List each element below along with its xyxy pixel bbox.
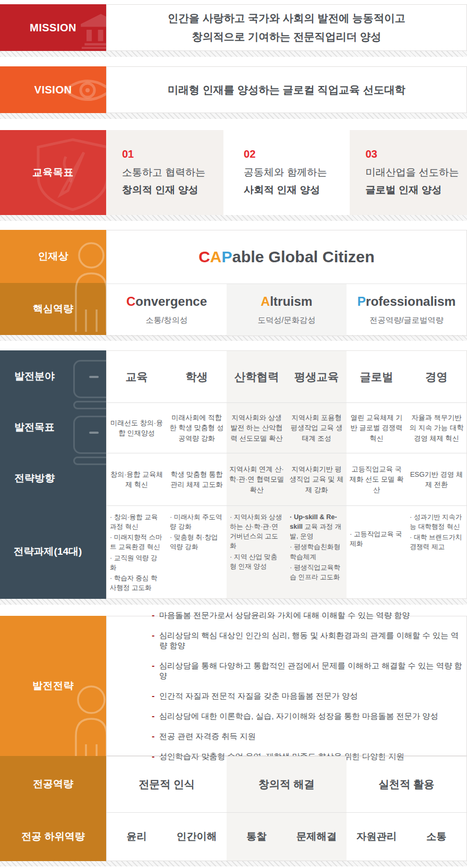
- strategy-bullet: -마음돌봄 전문가로서 상담윤리와 가치에 대해 이해할 수 있는 역량 함양: [152, 611, 466, 621]
- directions-row-label: 전략방향: [0, 452, 69, 504]
- sub-competency-row: 윤리 인간이해 통찰 문제해결 자원관리 소통: [107, 813, 466, 861]
- core-initial: P: [357, 294, 366, 308]
- task-cell: · 고등작업교육 국제화: [347, 506, 407, 598]
- area-cell: 경영: [407, 351, 466, 402]
- task-item: · 지역 산업 맞춤형 인재 양성: [230, 552, 284, 571]
- competency-cell: 전문적 인식: [107, 757, 227, 812]
- area-cell: 글로벌: [347, 351, 407, 402]
- goal-line2: 사회적 인재 양성: [244, 183, 345, 197]
- letter-a: A: [210, 248, 222, 265]
- strategy-bullet: -심리상담에 대한 이론학습, 실습, 자기이해와 성장을 통한 마음돌봄 전문…: [152, 711, 466, 721]
- core-rest: rofessionalism: [366, 294, 455, 308]
- talent-label: 인재상: [38, 250, 68, 263]
- strategy-content: -마음돌봄 전문가로서 상담윤리와 가치에 대해 이해할 수 있는 역량 함양 …: [106, 616, 467, 756]
- strategy-bullet: -심리상담을 통해 다양하고 통합적인 관점에서 문제를 이해하고 해결할 수 …: [152, 661, 466, 681]
- objective-cell: 지역사회와 상생발전 하는 산악협력 선도모델 확산: [227, 403, 287, 453]
- letter-p: P: [221, 248, 232, 265]
- mission-label: MISSION: [30, 22, 76, 34]
- core-word: Altruism: [261, 294, 312, 309]
- vision-content: 미래형 인재를 양성하는 글로컬 직업교육 선도대학: [106, 66, 467, 113]
- edu-goals-content: 01 소통하고 협력하는 창의적 인재 양성 02 공동체와 함께하는 사회적 …: [106, 130, 467, 215]
- task-item: · 대학 브랜드가치 경쟁력 제고: [410, 532, 464, 552]
- competency-cell: 창의적 해결: [227, 757, 347, 812]
- edu-goals-label-cell: 교육목표: [0, 130, 106, 215]
- core-item-professionalism: Professionalism 전공역량/글로벌역량: [347, 284, 466, 336]
- bullet-dash: -: [152, 611, 159, 620]
- person-icon: [73, 685, 106, 756]
- talent-core-labels: 인재상 핵심역량: [0, 230, 106, 335]
- strategy-bullet: -심리상담의 핵심 대상인 인간의 심리, 행동 및 사회환경과의 관계를 이해…: [152, 631, 466, 651]
- strategy-bullet-list: -마음돌봄 전문가로서 상담윤리와 가치에 대해 이해할 수 있는 역량 함양 …: [152, 611, 466, 762]
- mission-section: MISSION 인간을 사랑하고 국가와 사회의 발전에 능동적이고 창의적으로…: [0, 4, 467, 51]
- core-item-altruism: Altruism 도덕성/문화감성: [227, 284, 347, 336]
- sub-competency-cell: 인간이해: [167, 813, 227, 861]
- objectives-row: 미래선도 창의·융합 인재양성 미래사회에 적합한 학생 맞춤형 성공역량 강화…: [107, 403, 466, 453]
- area-cell: 교육: [107, 351, 167, 402]
- task-item: · 미래지향적 스마트 교육환경 혁신: [110, 532, 164, 552]
- goal-number: 01: [122, 148, 223, 160]
- task-cell: · 창의·융합 교육과정 혁신 · 미래지향적 스마트 교육환경 혁신 · 교직…: [107, 506, 167, 598]
- area-cell: 학생: [167, 351, 227, 402]
- sub-competency-cell: 소통: [407, 813, 466, 861]
- letter-c: C: [198, 248, 210, 265]
- major-competency-section: 전공역량 전공 하위역량 전문적 인식 창의적 해결 실천적 활용 윤리 인간이…: [0, 756, 467, 861]
- mission-text-line1: 인간을 사랑하고 국가와 사회의 발전에 능동적이고: [168, 9, 405, 28]
- core-initial: C: [126, 294, 135, 308]
- strategy-infographic: MISSION 인간을 사랑하고 국가와 사회의 발전에 능동적이고 창의적으로…: [0, 0, 467, 866]
- strategy-bullet: -전공 관련 자격증 취득 지원: [152, 732, 466, 742]
- core-rest: ltruism: [270, 294, 313, 308]
- task-cell: · 성과기반 지속가능 대학행정 혁신 · 대학 브랜드가치 경쟁력 제고: [407, 506, 466, 598]
- competency-row: 전문적 인식 창의적 해결 실천적 활용: [107, 757, 466, 813]
- major-content: 전문적 인식 창의적 해결 실천적 활용 윤리 인간이해 통찰 문제해결 자원관…: [106, 756, 467, 861]
- bullet-dash: -: [152, 711, 159, 721]
- development-content: 교육 학생 산학협력 평생교육 글로벌 경영 미래선도 창의·융합 인재양성 미…: [106, 350, 467, 599]
- task-item: · 평생학습친화형 학습체계: [290, 542, 344, 561]
- vision-section: VISION 미래형 인재를 양성하는 글로컬 직업교육 선도대학: [0, 66, 467, 113]
- vision-label-cell: VISION: [0, 66, 106, 113]
- direction-cell: 고등직업교육 국제화 선도 모델 확산: [347, 453, 407, 505]
- core-initial: A: [261, 294, 270, 308]
- direction-cell: 학생 맞춤형 통합관리 체제 고도화: [167, 453, 227, 505]
- mission-label-cell: MISSION: [0, 4, 106, 51]
- development-table: 발전분야 발전목표 전략방향 전략과제(14대) 교육 학생 산학협력 평생교육…: [0, 350, 467, 599]
- talent-content: CAPable Global Citizen: [107, 230, 466, 284]
- task-item: · 평생직업교육학습 인프라 고도화: [290, 563, 344, 582]
- book-icon: [73, 416, 106, 465]
- edu-goal-item-3: 03 미래산업을 선도하는 글로벌 인재 양성: [350, 130, 467, 215]
- core-label: 핵심역량: [33, 302, 73, 316]
- task-item: · 맞춤형 취·창업 역량 강화: [170, 532, 224, 552]
- strategy-bullet: -인간적 자질과 전문적 자질을 갖춘 마음돌봄 전문가 양성: [152, 691, 466, 701]
- core-content: Convergence 소통/창의성 Altruism 도덕성/문화감성 Pro…: [107, 284, 466, 336]
- eye-icon: [63, 75, 106, 106]
- bullet-dash: -: [152, 691, 159, 701]
- strategy-section: 발전전략 -마음돌봄 전문가로서 상담윤리와 가치에 대해 이해할 수 있는 역…: [0, 616, 467, 756]
- divider-hatch: [0, 599, 467, 605]
- area-cell: 평생교육: [287, 351, 347, 402]
- divider-hatch: [0, 215, 467, 221]
- goal-line2: 창의적 인재 양성: [122, 183, 223, 197]
- task-item: · 성과기반 지속가능 대학행정 혁신: [410, 512, 464, 531]
- goal-line1: 공동체와 함께하는: [244, 166, 345, 179]
- area-cell: 산학협력: [227, 351, 287, 402]
- task-item: · 고등작업교육 국제화: [350, 529, 404, 548]
- direction-cell: 지역사회기반 평생직업 교육 및 체제 강화: [287, 453, 347, 505]
- direction-cell: ESG기반 경영 체제 전환: [407, 453, 466, 505]
- bullet-dash: -: [152, 661, 159, 671]
- divider-hatch: [0, 51, 467, 57]
- mission-text-line2: 창의적으로 기여하는 전문직업리더 양성: [192, 28, 382, 46]
- bank-icon: [74, 11, 106, 49]
- edu-goal-item-2: 02 공동체와 함께하는 사회적 인재 양성: [228, 130, 345, 215]
- sub-competency-cell: 자원관리: [347, 813, 407, 861]
- major-sub-label: 전공 하위역량: [0, 812, 106, 861]
- directions-row: 창의·융합 교육체제 혁신 학생 맞춤형 통합관리 체제 고도화 지역사회 연계…: [107, 453, 466, 506]
- bullet-dash: -: [152, 732, 159, 741]
- core-item-convergence: Convergence 소통/창의성: [107, 284, 227, 336]
- tasks-row-label: 전략과제(14대): [0, 504, 96, 599]
- sub-competency-cell: 윤리: [107, 813, 167, 861]
- task-item: · 지역사회와 상생하는 산·학·관·연거버넌스의 고도화: [230, 512, 284, 551]
- competency-cell: 실천적 활용: [347, 757, 466, 812]
- tasks-row: · 창의·융합 교육과정 혁신 · 미래지향적 스마트 교육환경 혁신 · 교직…: [107, 506, 466, 598]
- strategy-label: 발전전략: [32, 679, 74, 693]
- objective-cell: 미래사회에 적합한 학생 맞춤형 성공역량 강화: [167, 403, 227, 453]
- areas-row-label: 발전분야: [0, 350, 69, 402]
